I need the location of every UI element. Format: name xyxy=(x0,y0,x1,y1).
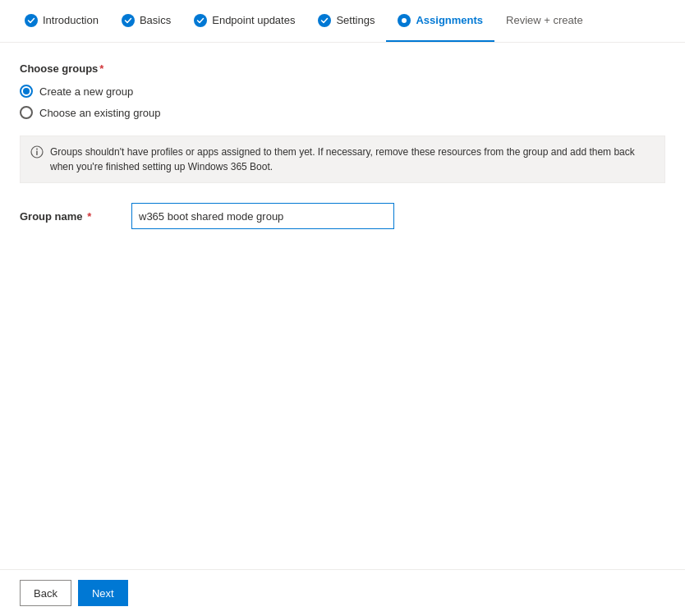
wizard-step-endpoint-updates[interactable]: Endpoint updates xyxy=(182,0,306,42)
wizard-step-assignments[interactable]: Assignments xyxy=(386,0,494,42)
radio-choose-existing[interactable]: Choose an existing group xyxy=(20,106,665,119)
radio-create-new-label: Create a new group xyxy=(39,85,133,98)
wizard-step-basics[interactable]: Basics xyxy=(110,0,182,42)
radio-choose-existing-indicator xyxy=(20,106,33,119)
radio-group-choose: Create a new group Choose an existing gr… xyxy=(20,85,665,119)
radio-create-new[interactable]: Create a new group xyxy=(20,85,665,98)
footer: Back Next xyxy=(0,569,685,616)
wizard-step-introduction[interactable]: Introduction xyxy=(13,0,110,42)
main-content: Choose groups* Create a new group Choose… xyxy=(0,43,685,569)
wizard-nav: Introduction Basics Endpoint updates Set… xyxy=(0,0,685,43)
wizard-step-settings[interactable]: Settings xyxy=(306,0,386,42)
wizard-step-review-create[interactable]: Review + create xyxy=(494,0,595,42)
info-icon xyxy=(30,145,44,163)
check-icon-endpoint-updates xyxy=(194,14,207,27)
radio-create-new-indicator xyxy=(20,85,33,98)
step-label-basics: Basics xyxy=(140,14,171,26)
radio-choose-existing-label: Choose an existing group xyxy=(39,107,160,119)
step-label-introduction: Introduction xyxy=(43,14,99,26)
group-name-label: Group name * xyxy=(20,210,118,223)
info-box: Groups shouldn't have profiles or apps a… xyxy=(20,136,665,183)
svg-point-2 xyxy=(36,149,38,150)
info-text: Groups shouldn't have profiles or apps a… xyxy=(50,145,655,174)
check-icon-basics xyxy=(122,14,135,27)
group-name-required-star: * xyxy=(85,210,92,223)
step-label-assignments: Assignments xyxy=(416,14,483,26)
next-button[interactable]: Next xyxy=(78,580,128,606)
required-star: * xyxy=(99,62,103,75)
check-icon-settings xyxy=(318,14,331,27)
step-label-settings: Settings xyxy=(336,14,375,26)
step-label-review-create: Review + create xyxy=(506,14,583,26)
step-label-endpoint-updates: Endpoint updates xyxy=(212,14,295,26)
active-circle-assignments xyxy=(398,14,411,27)
group-name-row: Group name * xyxy=(20,203,665,229)
svg-rect-1 xyxy=(36,151,38,156)
back-button[interactable]: Back xyxy=(20,580,71,606)
choose-groups-label: Choose groups* xyxy=(20,62,665,75)
group-name-input[interactable] xyxy=(131,203,394,229)
check-icon-introduction xyxy=(25,14,38,27)
